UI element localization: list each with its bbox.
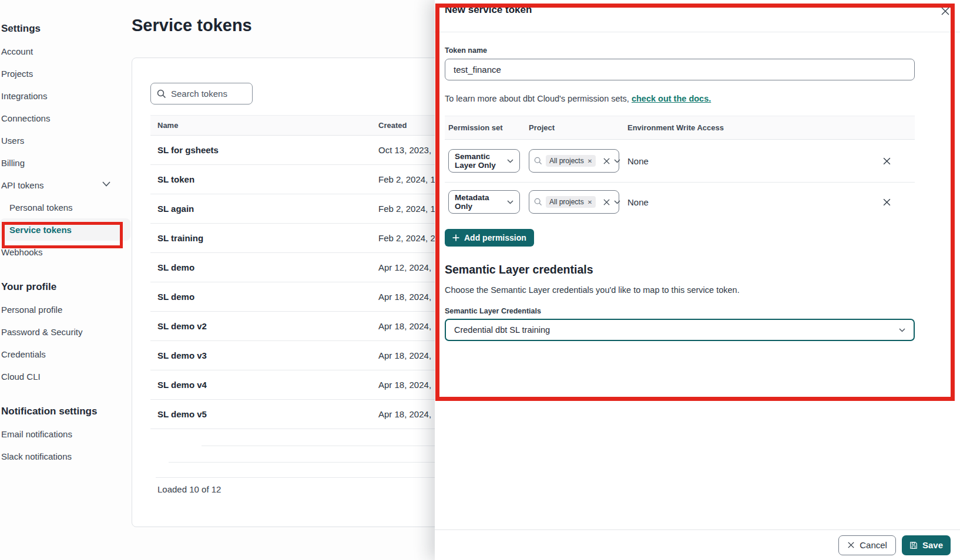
column-header-environment-write-access: Environment Write Access [627, 123, 915, 132]
sidebar-item-personal-tokens[interactable]: Personal tokens [0, 196, 129, 218]
project-multiselect[interactable]: All projects✕ [529, 149, 619, 173]
project-chip: All projects✕ [546, 196, 596, 208]
chevron-down-icon[interactable] [614, 200, 620, 204]
search-icon [534, 198, 542, 206]
permission-row: Metadata Only All projects✕ None [445, 183, 915, 221]
column-header-project: Project [529, 123, 627, 132]
drawer-header: New service token [435, 0, 960, 32]
cancel-button[interactable]: Cancel [838, 535, 896, 555]
sidebar-item-projects[interactable]: Projects [0, 62, 129, 85]
sidebar-item-password-security[interactable]: Password & Security [0, 321, 129, 343]
remove-permission-icon[interactable] [882, 157, 891, 166]
sidebar-item-personal-profile[interactable]: Personal profile [0, 298, 129, 321]
chevron-down-icon [507, 200, 513, 204]
plus-icon [452, 234, 459, 241]
close-icon [847, 541, 855, 549]
semantic-layer-credentials-heading: Semantic Layer credentials [445, 263, 915, 276]
docs-link[interactable]: check out the docs. [632, 94, 711, 103]
chip-remove-icon[interactable]: ✕ [588, 158, 592, 164]
save-icon [909, 541, 918, 549]
your-profile-heading: Your profile [0, 276, 129, 298]
close-icon[interactable] [939, 5, 952, 18]
sidebar-item-webhooks[interactable]: Webhooks [0, 241, 129, 263]
permissions-header: Permission set Project Environment Write… [445, 116, 915, 140]
search-icon [534, 157, 542, 165]
chevron-down-icon[interactable] [614, 159, 620, 163]
chevron-down-icon [507, 159, 513, 163]
sidebar-item-slack-notifications[interactable]: Slack notifications [0, 445, 129, 467]
permission-row: Semantic Layer Only All projects✕ None [445, 140, 915, 183]
settings-heading: Settings [0, 18, 129, 40]
permission-set-select[interactable]: Metadata Only [448, 190, 520, 214]
token-name-input[interactable] [445, 59, 915, 80]
sidebar-item-api-tokens[interactable]: API tokens [0, 174, 129, 196]
column-header-name: Name [150, 121, 378, 130]
docs-hint: To learn more about dbt Cloud's permissi… [445, 94, 915, 103]
sidebar-item-service-tokens[interactable]: Service tokens [0, 218, 130, 241]
sidebar-item-cloud-cli[interactable]: Cloud CLI [0, 365, 129, 387]
token-name-label: Token name [445, 46, 915, 55]
sidebar-item-billing[interactable]: Billing [0, 151, 129, 174]
project-multiselect[interactable]: All projects✕ [529, 190, 619, 214]
clear-selection-icon[interactable] [603, 157, 610, 165]
write-access-value: None [627, 156, 649, 166]
notification-settings-heading: Notification settings [0, 400, 129, 423]
semantic-layer-credentials-description: Choose the Semantic Layer credentials yo… [445, 285, 915, 295]
chevron-down-icon [899, 328, 905, 332]
semantic-layer-credentials-label: Semantic Layer Credentials [445, 307, 915, 315]
sidebar-item-account[interactable]: Account [0, 40, 129, 62]
sidebar-item-email-notifications[interactable]: Email notifications [0, 423, 129, 445]
search-tokens-box [150, 83, 253, 104]
chip-remove-icon[interactable]: ✕ [588, 199, 592, 205]
drawer-body: Token name To learn more about dbt Cloud… [445, 32, 915, 341]
permission-set-select[interactable]: Semantic Layer Only [448, 149, 520, 173]
drawer-footer: Cancel Save [435, 529, 960, 560]
write-access-value: None [627, 197, 649, 207]
column-header-created: Created [378, 121, 407, 130]
loaded-status: Loaded 10 of 12 [157, 484, 221, 494]
new-service-token-drawer: New service token Token name To learn mo… [435, 0, 960, 560]
drawer-title: New service token [445, 4, 532, 16]
chevron-down-icon [102, 181, 110, 187]
settings-sidebar: Settings Account Projects Integrations C… [0, 18, 129, 467]
sidebar-item-integrations[interactable]: Integrations [0, 85, 129, 107]
sidebar-item-connections[interactable]: Connections [0, 107, 129, 129]
sidebar-item-credentials[interactable]: Credentials [0, 343, 129, 365]
search-tokens-input[interactable] [171, 89, 241, 99]
column-header-permission-set: Permission set [445, 123, 529, 132]
semantic-layer-credentials-select[interactable]: Credential dbt SL training [445, 319, 915, 341]
project-chip: All projects✕ [546, 155, 596, 167]
save-button[interactable]: Save [902, 535, 951, 555]
search-icon [157, 89, 166, 99]
clear-selection-icon[interactable] [603, 198, 610, 206]
remove-permission-icon[interactable] [882, 198, 891, 207]
add-permission-button[interactable]: Add permission [445, 229, 534, 247]
sidebar-item-users[interactable]: Users [0, 129, 129, 151]
